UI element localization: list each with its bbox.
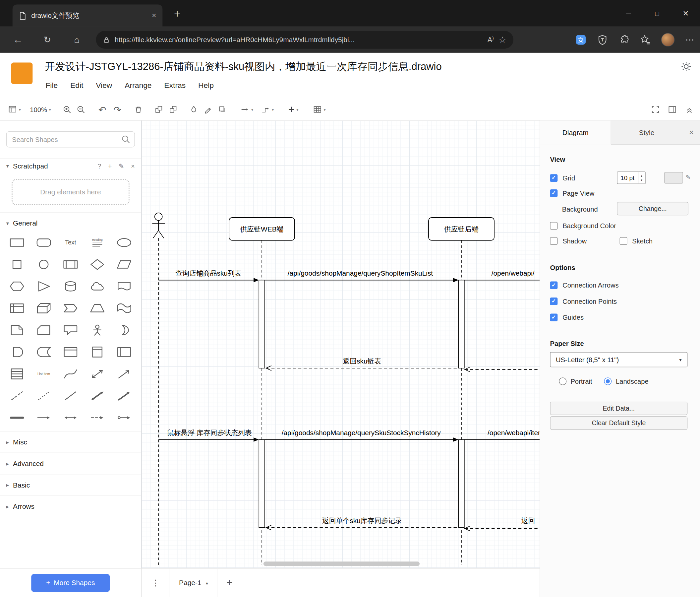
shape-dashed-connector[interactable]	[84, 409, 111, 427]
message-label-query-sku-list[interactable]: 查询店铺商品sku列表	[175, 269, 241, 277]
menu-help[interactable]: Help	[198, 81, 214, 90]
shape-container[interactable]	[57, 343, 84, 361]
shape-note[interactable]	[4, 321, 30, 339]
edit-data-button[interactable]: Edit Data...	[550, 402, 688, 415]
message-arrows[interactable]	[158, 278, 540, 531]
sidebar-section-basic[interactable]: ▸ Basic	[0, 474, 141, 496]
participant-backend-box[interactable]: 供应链后端	[429, 218, 494, 240]
waypoint-style-button[interactable]: ▾	[260, 102, 274, 116]
shape-or[interactable]	[111, 321, 138, 339]
format-panel-close-icon[interactable]: ×	[689, 121, 700, 144]
shape-document[interactable]	[111, 277, 138, 295]
shape-curve[interactable]	[57, 365, 84, 383]
shape-rectangle[interactable]	[4, 234, 30, 252]
shape-triangle[interactable]	[30, 277, 57, 295]
dark-mode-sun-icon[interactable]	[680, 61, 692, 72]
to-front-button[interactable]	[154, 102, 164, 116]
undo-button[interactable]: ↶	[98, 105, 106, 114]
diagram-canvas[interactable]: 供应链WEB端 供应链后端	[142, 120, 540, 568]
scratchpad-add-icon[interactable]: +	[108, 162, 112, 170]
activation-bars[interactable]	[259, 280, 464, 528]
to-back-button[interactable]	[169, 102, 178, 116]
menu-arrange[interactable]: Arrange	[125, 81, 151, 90]
table-button[interactable]: ▾	[313, 102, 326, 116]
grid-size-spinner[interactable]: ▴▾	[638, 172, 645, 184]
message-label-hover-sync-status[interactable]: 鼠标悬浮 库存同步状态列表	[167, 429, 252, 436]
new-tab-button[interactable]: +	[171, 7, 184, 20]
shape-internal-storage[interactable]	[4, 299, 30, 317]
page-tab[interactable]: Page-1 ▴	[170, 569, 218, 597]
window-close-button[interactable]: ×	[672, 0, 700, 27]
participant-web-box[interactable]: 供应链WEB端	[229, 218, 295, 240]
more-shapes-button[interactable]: + More Shapes	[31, 574, 110, 592]
zoom-out-button[interactable]	[77, 102, 86, 116]
message-label-open-webapi-item[interactable]: /open/webapi/item	[488, 429, 540, 436]
shape-dotted-line[interactable]	[30, 387, 57, 405]
collections-star-icon[interactable]	[640, 34, 650, 45]
shape-line[interactable]	[57, 387, 84, 405]
shape-arrow[interactable]	[111, 365, 138, 383]
tab-diagram[interactable]: Diagram	[540, 121, 611, 145]
sidebar-section-advanced[interactable]: ▸ Advanced	[0, 452, 141, 474]
return-label-single-sku-record[interactable]: 返回单个sku库存同步记录	[322, 517, 402, 524]
shape-dashed-line[interactable]	[4, 387, 30, 405]
scratchpad-help-icon[interactable]: ?	[97, 162, 101, 170]
fill-color-button[interactable]	[189, 102, 198, 116]
tab-close-icon[interactable]: ×	[152, 11, 156, 20]
connection-points-checkbox[interactable]	[550, 297, 557, 305]
shape-diagonal-double-arrow[interactable]	[84, 387, 111, 405]
menu-view[interactable]: View	[96, 81, 112, 90]
shadow-checkbox[interactable]	[550, 237, 557, 245]
shield-extension-icon[interactable]: T	[597, 34, 607, 45]
shape-thick-line[interactable]	[4, 409, 30, 427]
shape-endpoint-connector[interactable]	[111, 409, 138, 427]
shape-trapezoid[interactable]	[84, 299, 111, 317]
portrait-radio[interactable]	[559, 377, 567, 385]
delete-button[interactable]	[134, 102, 143, 116]
sidebar-section-general[interactable]: ▾ General	[0, 212, 141, 234]
back-button[interactable]: ←	[10, 27, 26, 53]
tab-style[interactable]: Style	[611, 121, 682, 144]
connection-style-button[interactable]: ▾	[240, 102, 253, 116]
return-label-sku-list[interactable]: 返回sku链表	[343, 357, 381, 365]
landscape-radio[interactable]	[604, 377, 612, 385]
connection-arrows-checkbox[interactable]	[550, 281, 557, 289]
shape-square[interactable]	[4, 255, 30, 273]
shape-cylinder[interactable]	[57, 277, 84, 295]
home-button[interactable]: ⌂	[69, 27, 84, 53]
shape-and[interactable]	[4, 343, 30, 361]
shape-diagonal-arrow[interactable]	[111, 387, 138, 405]
lifelines[interactable]	[262, 240, 461, 565]
shape-bidirectional-arrow[interactable]	[84, 365, 111, 383]
grid-color-swatch[interactable]	[664, 172, 683, 184]
translate-extension-icon[interactable]	[575, 34, 586, 45]
browser-menu-icon[interactable]: ⋯	[685, 34, 695, 45]
sidebar-section-misc[interactable]: ▸ Misc	[0, 431, 141, 453]
scratchpad-dropzone[interactable]: Drag elements here	[11, 179, 130, 205]
shape-rounded-rectangle[interactable]	[30, 234, 57, 252]
format-panel-toggle-icon[interactable]	[668, 105, 677, 114]
horizontal-scrollbar[interactable]	[264, 562, 420, 566]
scratchpad-close-icon[interactable]: ×	[131, 162, 135, 170]
address-bar[interactable]: https://file.kkview.cn/onlinePreview?url…	[96, 31, 514, 49]
minimize-button[interactable]: ─	[614, 0, 643, 27]
shape-step[interactable]	[57, 299, 84, 317]
line-color-button[interactable]	[203, 102, 212, 116]
shape-parallelogram[interactable]	[111, 255, 138, 273]
shape-list[interactable]	[4, 365, 30, 383]
grid-color-edit-icon[interactable]: ✎	[686, 174, 691, 181]
search-icon[interactable]	[121, 134, 131, 144]
sketch-checkbox[interactable]	[620, 237, 627, 245]
shadow-button[interactable]	[218, 102, 227, 116]
paper-size-select[interactable]: US-Letter (8,5" x 11") ▾	[550, 352, 688, 367]
menu-edit[interactable]: Edit	[70, 81, 83, 90]
page-view-checkbox[interactable]	[550, 189, 557, 197]
extensions-puzz​le-icon[interactable]	[619, 34, 629, 45]
browser-tab[interactable]: drawio文件预览 ×	[12, 4, 163, 26]
menu-file[interactable]: File	[45, 81, 58, 90]
scratchpad-header[interactable]: ▾ Scratchpad ? + ✎ ×	[0, 158, 141, 174]
shape-text[interactable]: Text	[57, 234, 84, 252]
scratchpad-edit-icon[interactable]: ✎	[119, 162, 124, 170]
menu-extras[interactable]: Extras	[164, 81, 185, 90]
pages-menu-icon[interactable]: ⋮	[151, 578, 160, 588]
